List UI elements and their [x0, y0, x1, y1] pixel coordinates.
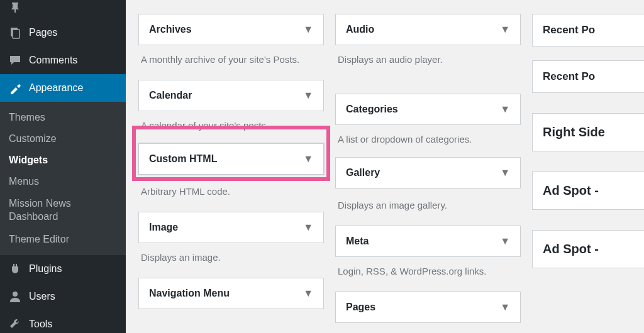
- widget-title: Archives: [149, 24, 192, 35]
- sidebar-item-pages[interactable]: Pages: [0, 19, 126, 46]
- main-content: Archives ▼ A monthly archive of your sit…: [126, 0, 644, 333]
- widget-area-right-side[interactable]: Right Side: [532, 113, 644, 151]
- widget-description: Displays an audio player.: [335, 45, 521, 66]
- widget-title: Image: [149, 222, 178, 233]
- sidebar-item-label: Appearance: [29, 82, 83, 94]
- widget-description: Displays an image gallery.: [335, 188, 521, 212]
- widget-navigation-menu[interactable]: Navigation Menu ▼: [138, 278, 324, 309]
- widget-custom-html[interactable]: Custom HTML ▼: [138, 143, 324, 175]
- widget-title: Navigation Menu: [149, 288, 230, 299]
- widget-column-1: Archives ▼ A monthly archive of your sit…: [138, 0, 324, 333]
- submenu-widgets[interactable]: Widgets: [0, 150, 126, 171]
- widget-title: Gallery: [346, 167, 380, 178]
- sidebar-item-comments[interactable]: Comments: [0, 46, 126, 74]
- widget-description: A list or dropdown of categories.: [335, 125, 521, 146]
- widget-audio[interactable]: Audio ▼: [335, 14, 521, 45]
- sidebar-item-label: Users: [29, 291, 55, 302]
- submenu-themes[interactable]: Themes: [0, 107, 126, 128]
- widget-custom-html-highlight: Custom HTML ▼: [138, 132, 324, 175]
- pin-icon: [8, 0, 23, 15]
- widget-areas-column: Recent Po Recent Po Right Side Ad Spot -…: [532, 0, 644, 333]
- widget-categories[interactable]: Categories ▼: [335, 94, 521, 125]
- widget-column-2: Audio ▼ Displays an audio player. Catego…: [335, 0, 521, 333]
- widget-description: Arbitrary HTML code.: [138, 175, 324, 198]
- widget-title: Calendar: [149, 90, 192, 101]
- chevron-down-icon: ▼: [303, 222, 313, 233]
- sidebar-item-posts-cut[interactable]: [0, 0, 126, 19]
- widget-title: Custom HTML: [149, 153, 217, 165]
- comments-icon: [8, 53, 23, 68]
- sidebar-item-label: Comments: [29, 55, 77, 66]
- widget-title: Audio: [346, 24, 374, 35]
- chevron-down-icon: ▼: [500, 24, 510, 35]
- appearance-submenu: Themes Customize Widgets Menus Mission N…: [0, 102, 126, 255]
- widget-description: Displays an image.: [138, 243, 324, 264]
- sidebar-item-label: Plugins: [29, 263, 62, 275]
- submenu-theme-editor[interactable]: Theme Editor: [0, 229, 126, 250]
- plugins-icon: [8, 261, 23, 276]
- widget-area-recent-posts-1[interactable]: Recent Po: [532, 14, 644, 46]
- chevron-down-icon: ▼: [500, 302, 510, 313]
- widget-area-recent-posts-2[interactable]: Recent Po: [532, 60, 644, 93]
- widget-area-ad-spot-2[interactable]: Ad Spot -: [532, 230, 644, 268]
- chevron-down-icon: ▼: [500, 167, 510, 178]
- sidebar-item-label: Tools: [29, 319, 52, 330]
- chevron-down-icon: ▼: [500, 236, 510, 247]
- widget-gallery[interactable]: Gallery ▼: [335, 157, 521, 188]
- widget-area-ad-spot-1[interactable]: Ad Spot -: [532, 172, 644, 210]
- submenu-customize[interactable]: Customize: [0, 128, 126, 150]
- submenu-mission-news[interactable]: Mission News Dashboard: [0, 192, 126, 229]
- widget-meta[interactable]: Meta ▼: [335, 226, 521, 257]
- chevron-down-icon: ▼: [303, 90, 313, 101]
- widget-image[interactable]: Image ▼: [138, 212, 324, 243]
- widget-title: Meta: [346, 236, 369, 247]
- users-icon: [8, 289, 23, 304]
- widget-calendar[interactable]: Calendar ▼: [138, 80, 324, 111]
- chevron-down-icon: ▼: [303, 24, 313, 35]
- widget-title: Pages: [346, 302, 375, 313]
- pages-icon: [8, 25, 23, 40]
- widget-archives[interactable]: Archives ▼: [138, 14, 324, 45]
- widget-description: Login, RSS, & WordPress.org links.: [335, 257, 521, 278]
- widget-pages[interactable]: Pages ▼: [335, 292, 521, 323]
- chevron-down-icon: ▼: [500, 104, 510, 115]
- sidebar-item-appearance[interactable]: Appearance: [0, 74, 126, 102]
- chevron-down-icon: ▼: [303, 288, 313, 299]
- submenu-menus[interactable]: Menus: [0, 171, 126, 192]
- sidebar-item-users[interactable]: Users: [0, 283, 126, 310]
- sidebar-item-label: Pages: [29, 27, 57, 38]
- widget-description: A monthly archive of your site's Posts.: [138, 45, 324, 66]
- widget-title: Categories: [346, 104, 398, 115]
- admin-sidebar: Pages Comments Appearance Themes Customi…: [0, 0, 126, 333]
- svg-rect-1: [13, 30, 19, 38]
- appearance-icon: [8, 80, 23, 96]
- chevron-down-icon: ▼: [303, 153, 313, 165]
- tools-icon: [8, 317, 23, 332]
- sidebar-item-tools[interactable]: Tools: [0, 310, 126, 333]
- svg-point-2: [13, 292, 18, 297]
- sidebar-item-plugins[interactable]: Plugins: [0, 255, 126, 283]
- widget-description: A calendar of your site's posts.: [138, 111, 324, 132]
